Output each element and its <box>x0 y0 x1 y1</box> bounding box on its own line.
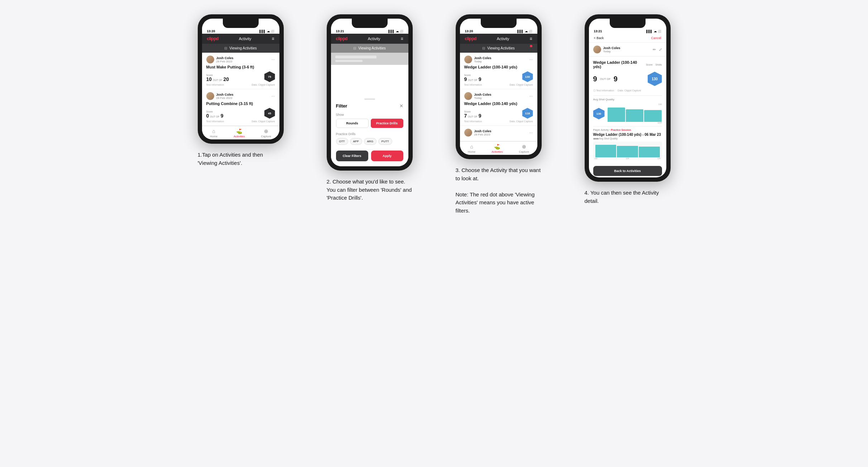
tag-putt-2[interactable]: PUTT <box>378 138 392 145</box>
clear-filters-btn-2[interactable]: Clear Filters <box>336 151 368 161</box>
test-info-1-2: Test Information <box>206 120 224 123</box>
tag-app-2[interactable]: APP <box>350 138 362 145</box>
sq-badge-3-2: 118 <box>522 108 533 119</box>
filter-close-2[interactable]: ✕ <box>399 103 403 109</box>
dots-menu-1-1[interactable]: ··· <box>271 57 275 62</box>
detail-user-row-4: Josh Coles Today ✏ ⤢ <box>589 43 666 57</box>
viewing-banner-text-2: Viewing Activities <box>358 46 386 50</box>
phone-3-screen: 13:20 ▌▌▌ ☁ ⬜ clippd Activity ≡ ⊟ Viewin… <box>460 19 537 155</box>
card-footer-3-2: Test Information Data: Clippd Capture <box>464 120 533 123</box>
score-val-1-1: 10 <box>206 76 212 82</box>
user-name-1-2: Josh Coles <box>216 93 234 96</box>
nav-activities-1[interactable]: ⛳ Activities <box>234 128 245 138</box>
avatar-4 <box>593 46 601 53</box>
avatar-3-2 <box>464 92 472 100</box>
viewing-banner-2[interactable]: ⊟ Viewing Activities <box>331 44 408 53</box>
rounds-btn-2[interactable]: Rounds <box>336 119 369 128</box>
hamburger-icon-3[interactable]: ≡ <box>529 36 532 41</box>
card-footer-1-1: Test Information Data: Clippd Capture <box>206 84 275 86</box>
activity-card-3-1[interactable]: Josh Coles Today ··· Wedge Ladder (100-1… <box>460 53 537 89</box>
detail-content-4: Wedge Ladder (100-140 yds) Score Shots 9… <box>589 57 666 165</box>
apply-btn-2[interactable]: Apply <box>371 151 403 161</box>
data-info-1-1: Data: Clippd Capture <box>251 84 275 86</box>
hamburger-icon-2[interactable]: ≡ <box>401 36 403 41</box>
activity-card-3-3[interactable]: Josh Coles 28 Feb 2023 ··· <box>460 126 537 141</box>
nav-activities-label-3: Activities <box>491 150 503 153</box>
nav-activities-label-1: Activities <box>234 135 245 138</box>
step-3-col: 13:20 ▌▌▌ ☁ ⬜ clippd Activity ≡ ⊟ Viewin… <box>441 14 556 215</box>
card-title-1-1: Must Make Putting (3-6 ft) <box>206 65 275 69</box>
sq-badge-3-1: 130 <box>522 71 533 82</box>
detail-user-info-4: Josh Coles Today <box>593 46 620 53</box>
app-logo-1: clippd <box>207 36 219 41</box>
viewing-banner-text-3: Viewing Activities <box>487 46 515 50</box>
score-inline-1-1: 10 OUT OF 20 <box>206 76 229 82</box>
app-nav-1: clippd Activity ≡ <box>202 34 279 44</box>
nav-capture-1[interactable]: ⊕ Capture <box>261 128 271 138</box>
avatar-3-1 <box>464 56 472 63</box>
data-info-1-2: Data: Clippd Capture <box>251 120 275 123</box>
dots-menu-1-2[interactable]: ··· <box>271 94 275 99</box>
dots-menu-3-1[interactable]: ··· <box>529 57 533 62</box>
score-group-1-1: Score 10 OUT OF 20 <box>206 74 229 82</box>
tag-arg-2[interactable]: ARG <box>364 138 377 145</box>
sq-badge-1-1: 75 <box>264 71 275 82</box>
red-dot-3 <box>530 45 532 47</box>
score-group-1-2: Score 0 OUT OF 9 <box>206 110 224 119</box>
user-name-3-1: Josh Coles <box>474 56 491 60</box>
score-label-1-1: Score <box>206 74 229 76</box>
viewing-banner-3[interactable]: ⊟ Viewing Activities <box>460 44 537 53</box>
status-icons-1: ▌▌▌ ☁ ⬜ <box>259 30 274 33</box>
avg-sq-label-4: Avg Shot Quality <box>593 98 662 101</box>
app-nav-title-3: Activity <box>497 37 509 41</box>
dots-menu-3-2[interactable]: ··· <box>529 94 533 99</box>
user-date-3-2: Today <box>474 96 491 100</box>
time-2: 13:21 <box>336 29 344 33</box>
bar-1-4 <box>608 108 625 122</box>
bar-2-4 <box>626 109 643 122</box>
outof-3-1: OUT OF <box>468 79 477 81</box>
user-date-3-1: Today <box>474 60 491 63</box>
viewing-banner-1[interactable]: ⊟ Viewing Activities <box>202 44 279 53</box>
outof-4: OUT OF <box>600 77 611 81</box>
expand-icon-4[interactable]: ⤢ <box>659 47 662 52</box>
shots-big-4: 9 <box>614 75 618 83</box>
activity-card-1-1[interactable]: Josh Coles 28 Feb 2023 ··· Must Make Put… <box>202 53 279 89</box>
detail-title-4: Wedge Ladder (100-140 yds) <box>593 60 646 69</box>
user-info-3-3: Josh Coles 28 Feb 2023 <box>474 129 491 136</box>
card-header-3-2: Josh Coles Today ··· <box>464 92 533 100</box>
tag-ott-2[interactable]: OTT <box>336 138 348 145</box>
nav-home-1[interactable]: ⌂ Home <box>210 128 217 138</box>
score-val-3-1: 9 <box>464 76 467 82</box>
score-big-4: 9 <box>593 75 597 83</box>
card-header-1-2: Josh Coles 28 Feb 2023 ··· <box>206 92 275 100</box>
nav-capture-3[interactable]: ⊕ Capture <box>519 144 529 153</box>
hamburger-icon-1[interactable]: ≡ <box>272 36 274 41</box>
card-stats-1-2: Score 0 OUT OF 9 45 <box>206 108 275 119</box>
nav-home-label-1: Home <box>210 135 217 138</box>
activity-card-3-2[interactable]: Josh Coles Today ··· Wedge Ladder (100-1… <box>460 89 537 126</box>
card-header-3-1: Josh Coles Today ··· <box>464 56 533 63</box>
avatar-1-1 <box>206 56 214 63</box>
card-user-3-1: Josh Coles Today <box>464 56 491 63</box>
back-btn-4[interactable]: < Back <box>594 36 604 40</box>
card-title-3-1: Wedge Ladder (100-140 yds) <box>464 65 533 69</box>
user-date-1-1: 28 Feb 2023 <box>216 60 234 63</box>
edit-icon-4[interactable]: ✏ <box>653 47 656 52</box>
nav-activities-3[interactable]: ⛳ Activities <box>491 144 503 153</box>
detail-actions-4: ✏ ⤢ <box>653 47 662 52</box>
dots-menu-3-3[interactable]: ··· <box>529 130 533 135</box>
cancel-btn-4[interactable]: Cancel <box>651 36 661 40</box>
back-activities-btn-4[interactable]: Back to Activities <box>593 166 662 176</box>
card-user-3-2: Josh Coles Today <box>464 92 491 100</box>
time-3: 13:20 <box>465 29 473 33</box>
card-stats-3-2: Score 7 OUT OF 9 118 <box>464 108 533 119</box>
activity-card-1-2[interactable]: Josh Coles 28 Feb 2023 ··· Putting Combi… <box>202 89 279 126</box>
nav-home-3[interactable]: ⌂ Home <box>468 144 475 153</box>
practice-btn-2[interactable]: Practice Drills <box>371 119 403 128</box>
phone-4: 13:21 ▌▌▌ ☁ ⬜ < Back Cancel Josh Co <box>585 14 671 182</box>
filter-header-2: Filter ✕ <box>336 103 403 109</box>
filter-title-2: Filter <box>336 103 347 109</box>
card-footer-3-1: Test Information Data: Clippd Capture <box>464 84 533 86</box>
step-4-text: 4. You can then see the Activity detail. <box>585 189 671 205</box>
